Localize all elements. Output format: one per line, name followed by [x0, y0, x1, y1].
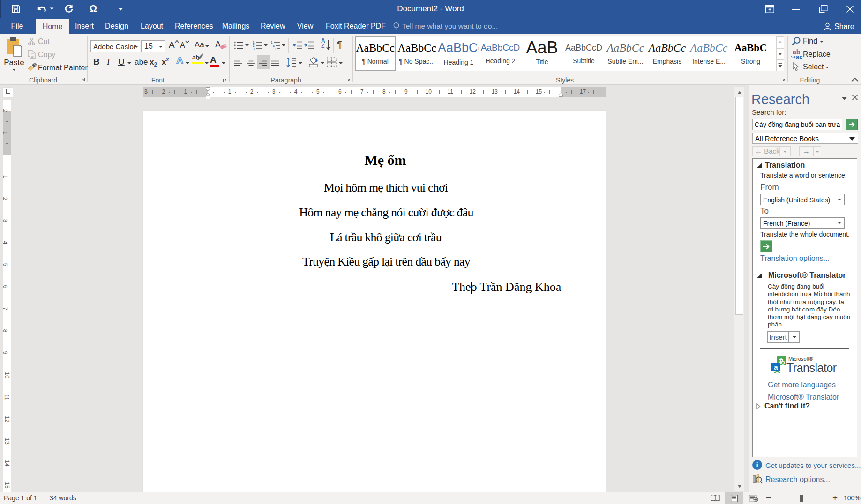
svg-text:i: i: [275, 47, 275, 51]
svg-text:a: a: [774, 363, 778, 371]
svg-text:a: a: [273, 44, 275, 47]
svg-text:2: 2: [253, 44, 255, 47]
svg-text:3: 3: [253, 47, 255, 51]
